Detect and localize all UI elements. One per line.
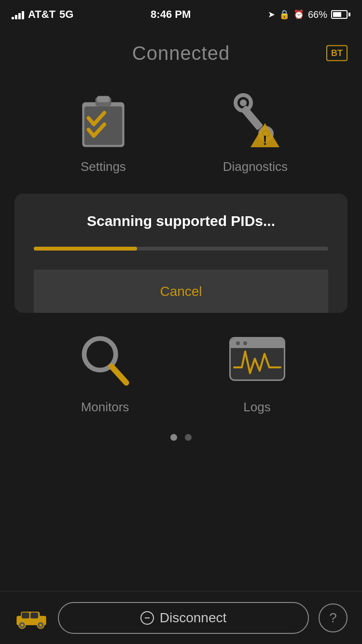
carrier-label: AT&T: [28, 8, 56, 21]
monitors-label: Monitors: [81, 400, 129, 415]
status-right: ➤ 🔒 ⏰ 66%: [268, 9, 350, 20]
diagnostics-button[interactable]: ! Diagnostics: [223, 92, 288, 174]
svg-rect-6: [240, 105, 264, 130]
car-icon: [14, 606, 48, 630]
bottom-bar: Disconnect ?: [0, 591, 362, 644]
cancel-button[interactable]: Cancel: [34, 270, 328, 313]
svg-point-17: [236, 341, 240, 345]
svg-point-18: [243, 341, 247, 345]
progress-bar-container: [34, 247, 328, 251]
header: Connected BT: [0, 29, 362, 77]
svg-text:!: !: [263, 133, 267, 148]
network-type-label: 5G: [59, 8, 73, 21]
help-button[interactable]: ?: [319, 603, 348, 632]
alarm-icon: ⏰: [293, 9, 304, 20]
monitors-icon: [76, 332, 134, 390]
page-dot-1[interactable]: [170, 434, 177, 441]
monitors-button[interactable]: Monitors: [76, 332, 134, 415]
svg-point-23: [21, 624, 23, 626]
diagnostics-icon: !: [226, 92, 284, 150]
battery-icon: [331, 10, 350, 19]
svg-point-5: [240, 99, 247, 106]
page-dots: [0, 429, 362, 450]
lock-icon: 🔒: [279, 9, 290, 20]
page-dot-2[interactable]: [185, 434, 192, 441]
bottom-icons-grid: Monitors Logs: [0, 313, 362, 429]
progress-bar-fill: [34, 247, 137, 251]
logs-button[interactable]: Logs: [228, 332, 286, 415]
svg-rect-2: [97, 96, 110, 102]
disconnect-icon: [140, 611, 154, 625]
scanning-modal: Scanning supported PIDs... Cancel: [14, 194, 348, 313]
time-label: 8:46 PM: [151, 8, 191, 21]
diagnostics-label: Diagnostics: [223, 159, 288, 174]
battery-percentage: 66%: [308, 9, 327, 20]
bt-badge: BT: [326, 45, 348, 61]
disconnect-label: Disconnect: [160, 610, 227, 626]
settings-icon: [74, 92, 132, 150]
settings-button[interactable]: Settings: [74, 92, 132, 174]
status-bar: AT&T 5G 8:46 PM ➤ 🔒 ⏰ 66%: [0, 0, 362, 29]
help-icon: ?: [329, 610, 337, 626]
logs-icon: [228, 332, 286, 390]
svg-point-24: [40, 624, 42, 626]
svg-line-12: [111, 366, 126, 383]
logs-label: Logs: [243, 400, 270, 415]
svg-rect-25: [22, 612, 29, 618]
status-left: AT&T 5G: [12, 8, 73, 21]
scanning-title: Scanning supported PIDs...: [34, 213, 328, 229]
disconnect-button[interactable]: Disconnect: [58, 602, 309, 634]
main-icons-grid: Settings ! Diagnostics: [0, 77, 362, 194]
signal-icon: [12, 10, 24, 19]
svg-rect-26: [30, 612, 38, 618]
location-icon: ➤: [268, 9, 275, 20]
settings-label: Settings: [81, 159, 126, 174]
connection-status-title: Connected: [132, 42, 230, 64]
